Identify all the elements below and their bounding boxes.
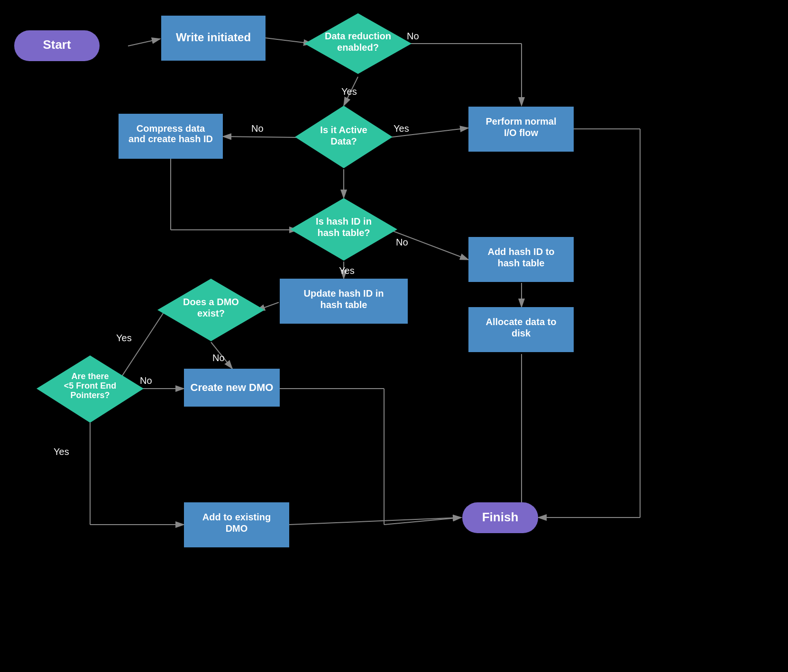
svg-text:I/O flow: I/O flow	[504, 127, 539, 138]
yes-label-3: Yes	[339, 265, 355, 276]
svg-text:Is it Active: Is it Active	[320, 125, 367, 135]
yes-label-5: Yes	[54, 446, 69, 457]
finish-node: Finish	[462, 502, 538, 533]
data-reduction-node: Data reduction enabled?	[304, 13, 412, 74]
svg-text:Update hash ID in: Update hash ID in	[304, 288, 384, 299]
svg-text:Allocate data to: Allocate data to	[486, 317, 557, 327]
update-hash-node: Update hash ID in hash table	[280, 279, 408, 324]
svg-text:Are there: Are there	[71, 372, 109, 381]
write-initiated-node: Write initiated	[161, 16, 266, 61]
flowchart: No Yes No Yes No Yes Yes No No Yes	[0, 0, 788, 672]
svg-text:Does a DMO: Does a DMO	[183, 297, 239, 307]
allocate-data-node: Allocate data to disk	[468, 307, 574, 352]
no-label-5: No	[140, 375, 152, 386]
svg-text:hash table: hash table	[321, 300, 367, 310]
perform-normal-node: Perform normal I/O flow	[468, 107, 574, 152]
svg-text:Is hash ID in: Is hash ID in	[316, 216, 372, 227]
write-initiated-label: Write initiated	[176, 31, 251, 44]
svg-line-22	[384, 518, 461, 525]
svg-text:disk: disk	[512, 328, 531, 338]
svg-text:Add hash ID to: Add hash ID to	[487, 246, 554, 257]
svg-text:DMO: DMO	[226, 523, 248, 534]
add-hash-node: Add hash ID to hash table	[468, 237, 574, 282]
active-data-node: Is it Active Data?	[295, 106, 393, 168]
finish-label: Finish	[482, 510, 519, 524]
no-label-1: No	[407, 31, 419, 41]
yes-label-4: Yes	[116, 333, 132, 343]
no-label-4: No	[212, 353, 225, 363]
svg-text:hash table: hash table	[498, 258, 545, 268]
svg-line-2	[266, 38, 312, 44]
svg-text:Compress data: Compress data	[137, 123, 205, 134]
svg-text:hash table?: hash table?	[317, 227, 370, 238]
svg-line-6	[223, 136, 298, 137]
svg-text:exist?: exist?	[197, 308, 225, 318]
start-label: Start	[43, 37, 71, 52]
no-label-3: No	[396, 237, 408, 247]
yes-label-2: Yes	[394, 123, 409, 134]
yes-label-1: Yes	[341, 86, 357, 97]
dmo-exist-node: Does a DMO exist?	[157, 279, 265, 341]
create-dmo-node: Create new DMO	[184, 369, 280, 407]
svg-text:Add to existing: Add to existing	[202, 512, 271, 522]
svg-text:<5 Front End: <5 Front End	[64, 381, 117, 390]
add-to-existing-node: Add to existing DMO	[184, 502, 289, 547]
svg-text:Data reduction: Data reduction	[325, 31, 391, 41]
compress-data-node: Compress data and create hash ID	[119, 114, 223, 159]
start-node: Start	[14, 30, 100, 61]
front-end-pointers-node: Are there <5 Front End Pointers?	[37, 355, 144, 423]
no-label-2: No	[251, 123, 264, 134]
hash-in-table-node: Is hash ID in hash table?	[290, 198, 397, 261]
svg-text:Pointers?: Pointers?	[70, 390, 110, 400]
svg-text:Create new DMO: Create new DMO	[191, 381, 274, 393]
svg-line-1	[128, 39, 160, 46]
svg-text:Perform normal: Perform normal	[486, 116, 557, 127]
svg-text:and create hash ID: and create hash ID	[128, 134, 213, 144]
data-reduction-label: enabled?	[337, 42, 379, 53]
active-data-label: Data?	[330, 136, 357, 146]
svg-line-23	[289, 518, 461, 525]
